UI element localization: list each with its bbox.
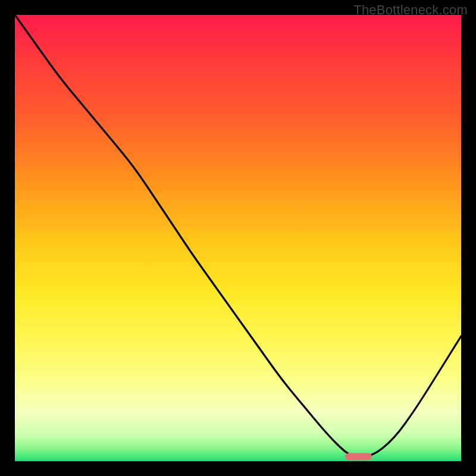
gradient-background: [15, 15, 461, 461]
chart-frame: TheBottleneck.com: [0, 0, 476, 476]
optimal-point-marker: [345, 453, 372, 461]
plot-area: [15, 15, 461, 461]
chart-svg: [15, 15, 461, 461]
